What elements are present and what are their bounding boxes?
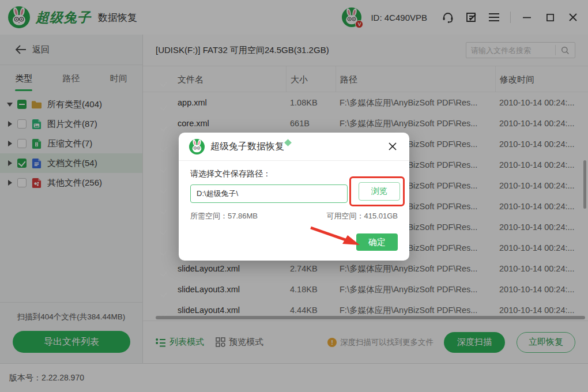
red-annotation-arrow [309, 224, 362, 250]
save-path-dialog: 超级兔子数据恢复 请选择文件保存路径： 浏览 所需空间：57.86MB 可用空间… [179, 133, 409, 261]
save-path-prompt: 请选择文件保存路径： [190, 169, 398, 179]
required-space: 所需空间：57.86MB [190, 211, 258, 221]
space-info-row: 所需空间：57.86MB 可用空间：415.01GB [190, 211, 398, 221]
dialog-rabbit-logo-icon [189, 139, 205, 154]
available-space: 可用空间：415.01GB [326, 211, 398, 221]
dialog-title: 超级兔子数据恢复 [210, 141, 284, 153]
dialog-header: 超级兔子数据恢复 [179, 133, 409, 161]
dialog-close-icon[interactable] [386, 140, 399, 153]
browse-button[interactable]: 浏览 [359, 182, 400, 201]
diamond-decoration-icon [284, 139, 292, 146]
dialog-body: 请选择文件保存路径： 浏览 所需空间：57.86MB 可用空间：415.01GB… [179, 161, 409, 221]
save-path-input[interactable] [190, 184, 348, 203]
confirm-button[interactable]: 确定 [356, 233, 398, 251]
